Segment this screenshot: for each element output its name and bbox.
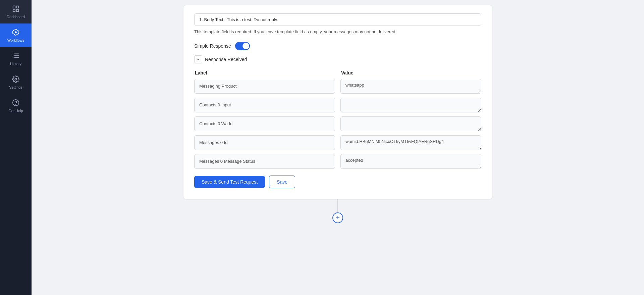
response-received-row: Response Received — [194, 55, 481, 63]
grid-icon — [12, 5, 20, 13]
connector: + — [183, 199, 492, 223]
sidebar-item-settings[interactable]: Settings — [0, 70, 32, 94]
svg-rect-3 — [16, 9, 18, 11]
sidebar: Dashboard Workflows History Settings — [0, 0, 32, 295]
sidebar-label-settings: Settings — [9, 85, 22, 89]
value-input-0[interactable]: whatsapp — [340, 79, 481, 94]
label-input-3[interactable] — [194, 135, 335, 150]
sidebar-item-get-help[interactable]: Get Help — [0, 94, 32, 117]
svg-rect-1 — [16, 6, 18, 8]
template-notice: This template field is required. If you … — [194, 29, 481, 35]
simple-response-label: Simple Response — [194, 43, 231, 49]
connector-line — [337, 199, 338, 212]
chevron-down-button[interactable] — [194, 55, 202, 63]
hexagon-icon — [12, 28, 20, 36]
simple-response-row: Simple Response — [194, 42, 481, 50]
value-input-1[interactable] — [340, 98, 481, 112]
svg-point-5 — [15, 31, 17, 33]
save-button[interactable]: Save — [269, 176, 295, 188]
label-input-0[interactable] — [194, 79, 335, 94]
sidebar-label-dashboard: Dashboard — [7, 15, 25, 19]
toggle-knob — [243, 43, 249, 49]
value-input-2[interactable] — [340, 116, 481, 131]
sidebar-item-workflows[interactable]: Workflows — [0, 23, 32, 47]
label-input-2[interactable] — [194, 116, 335, 131]
label-input-4[interactable] — [194, 154, 335, 169]
response-received-label: Response Received — [205, 57, 247, 62]
sidebar-label-get-help: Get Help — [8, 109, 23, 113]
list-icon — [12, 52, 20, 60]
field-row-3: wamid.HBgMNjM5NjcxOTkyMTIwFQIAERgSRDg4 — [194, 135, 481, 150]
simple-response-toggle[interactable] — [235, 42, 250, 50]
label-input-1[interactable] — [194, 98, 335, 112]
sidebar-label-workflows: Workflows — [7, 38, 24, 42]
sidebar-label-history: History — [10, 62, 21, 66]
svg-rect-0 — [13, 6, 15, 8]
workflow-card: 1. Body Text : This is a test. Do not re… — [183, 5, 492, 199]
template-preview-field: 1. Body Text : This is a test. Do not re… — [194, 13, 481, 26]
field-row-2 — [194, 116, 481, 131]
chevron-down-icon — [196, 57, 200, 61]
value-header: Value — [340, 70, 481, 76]
sidebar-item-history[interactable]: History — [0, 47, 32, 70]
main-content: 1. Body Text : This is a test. Do not re… — [32, 0, 644, 295]
add-step-button[interactable]: + — [332, 212, 343, 223]
svg-point-12 — [15, 78, 17, 80]
field-row-1 — [194, 98, 481, 112]
value-input-4[interactable]: accepted — [340, 154, 481, 169]
sidebar-item-dashboard[interactable]: Dashboard — [0, 0, 32, 23]
field-row-4: accepted — [194, 154, 481, 169]
value-input-3[interactable]: wamid.HBgMNjM5NjcxOTkyMTIwFQIAERgSRDg4 — [340, 135, 481, 150]
label-value-headers: Label Value — [194, 70, 481, 76]
save-test-button[interactable]: Save & Send Test Request — [194, 176, 265, 188]
question-icon — [12, 99, 20, 107]
label-header: Label — [194, 70, 335, 76]
field-row-0: whatsapp — [194, 79, 481, 94]
gear-icon — [12, 75, 20, 83]
svg-rect-2 — [13, 9, 15, 11]
buttons-row: Save & Send Test Request Save — [194, 176, 481, 188]
